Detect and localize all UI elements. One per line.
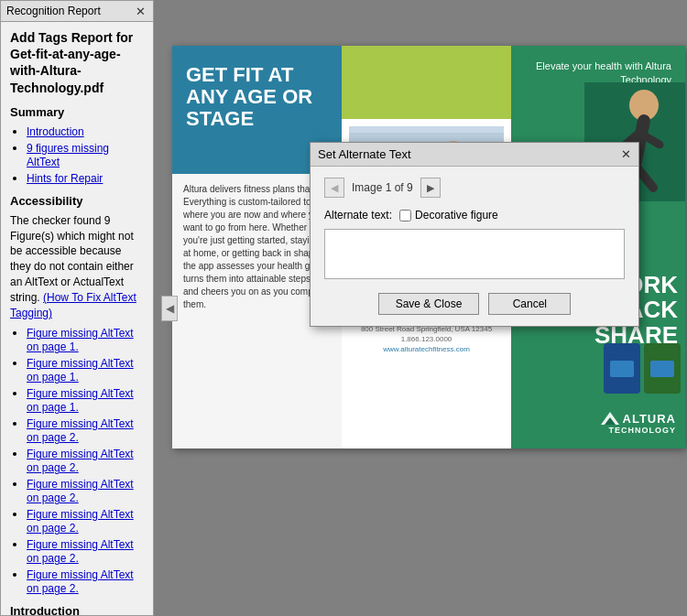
dialog-title: Set Alternate Text (318, 147, 411, 161)
fig-link-7[interactable]: Figure missing AltText on page 2. (27, 508, 134, 535)
dialog-titlebar: Set Alternate Text ✕ (311, 143, 638, 167)
dialog-close-button[interactable]: ✕ (621, 147, 631, 161)
brochure-nav-left[interactable]: ◀ (161, 296, 178, 321)
list-item: Figure missing AltText on page 2. (27, 537, 144, 565)
next-image-button[interactable]: ▶ (420, 178, 441, 198)
cancel-button[interactable]: Cancel (488, 293, 571, 315)
save-close-button[interactable]: Save & Close (378, 293, 480, 315)
figures-missing-link[interactable]: 9 figures missing AltText (27, 142, 109, 168)
summary-heading: Summary (10, 105, 144, 119)
fig-link-8[interactable]: Figure missing AltText on page 2. (27, 538, 134, 565)
fig-link-4[interactable]: Figure missing AltText on page 2. (27, 417, 134, 444)
technology-label: TECHNOLOGY (601, 426, 676, 435)
fig-link-9[interactable]: Figure missing AltText on page 2. (27, 568, 134, 595)
panel-close-button[interactable]: ✕ (134, 5, 147, 17)
list-item: Figure missing AltText on page 2. (27, 477, 144, 504)
watches-area (604, 343, 681, 394)
main-content-area: ◀ GET FIT AT ANY AGE OR STAGE Altura del… (154, 0, 687, 616)
brochure-contact: 800 Street Road Springfield, USA 12345 1… (349, 324, 504, 355)
altura-name: ALTURA (623, 412, 676, 426)
set-alternate-text-dialog: Set Alternate Text ✕ ◀ Image 1 of 9 ▶ Al… (310, 142, 639, 327)
list-item: Figure missing AltText on page 2. (27, 416, 144, 444)
accessibility-paragraph: The checker found 9 Figure(s) which migh… (10, 213, 144, 321)
alt-text-label: Alternate text: (324, 209, 392, 222)
decorative-checkbox[interactable] (399, 210, 411, 222)
figures-list: Figure missing AltText on page 1. Figure… (10, 326, 144, 595)
fig-link-1[interactable]: Figure missing AltText on page 1. (27, 327, 134, 353)
dialog-body: ◀ Image 1 of 9 ▶ Alternate text: Decorat… (311, 167, 638, 326)
list-item: Figure missing AltText on page 1. (27, 386, 144, 414)
brochure-body-text: Altura delivers fitness plans that fit. … (183, 183, 331, 311)
alt-text-row: Alternate text: Decorative figure (324, 209, 625, 222)
decorative-label[interactable]: Decorative figure (399, 209, 498, 222)
summary-list: Introduction 9 figures missing AltText H… (10, 124, 144, 185)
image-counter: Image 1 of 9 (352, 181, 413, 194)
list-item: Figure missing AltText on page 2. (27, 447, 144, 474)
panel-content: Add Tags Report for Get-fit-at-any-age-w… (1, 22, 153, 615)
altura-logo-row: ALTURA (601, 411, 676, 426)
fig-link-2[interactable]: Figure missing AltText on page 1. (27, 357, 134, 384)
fig-link-6[interactable]: Figure missing AltText on page 2. (27, 478, 134, 504)
list-item: 9 figures missing AltText (27, 141, 144, 168)
mountain-icon (601, 411, 619, 426)
fig-link-3[interactable]: Figure missing AltText on page 1. (27, 387, 134, 414)
prev-image-button[interactable]: ◀ (324, 178, 344, 198)
introduction-link[interactable]: Introduction (27, 125, 84, 138)
alt-text-input[interactable] (324, 229, 625, 279)
list-item: Figure missing AltText on page 1. (27, 356, 144, 384)
altura-logo: ALTURA TECHNOLOGY (601, 411, 676, 435)
list-item: Introduction (27, 124, 144, 138)
headline-line1: GET FIT AT ANY AGE OR STAGE (186, 64, 328, 131)
watch-2 (644, 343, 681, 394)
watch-1 (604, 343, 640, 394)
recognition-report-panel: Recognition Report ✕ Add Tags Report for… (0, 0, 154, 616)
report-title: Add Tags Report for Get-fit-at-any-age-w… (10, 29, 144, 96)
hints-repair-link[interactable]: Hints for Repair (27, 172, 103, 185)
watch-screen-1 (610, 361, 634, 377)
list-item: Figure missing AltText on page 1. (27, 326, 144, 353)
list-item: Hints for Repair (27, 171, 144, 185)
accessibility-heading: Accessibility (10, 194, 144, 208)
list-item: Figure missing AltText on page 2. (27, 567, 144, 595)
panel-titlebar: Recognition Report ✕ (1, 1, 153, 22)
dialog-buttons: Save & Close Cancel (324, 293, 625, 315)
panel-title: Recognition Report (6, 5, 101, 17)
dialog-nav-row: ◀ Image 1 of 9 ▶ (324, 178, 625, 198)
list-item: Figure missing AltText on page 2. (27, 507, 144, 535)
introduction-section-heading: Introduction (10, 604, 144, 615)
brochure-green-top (342, 46, 511, 119)
watch-screen-2 (650, 361, 674, 377)
fig-link-5[interactable]: Figure missing AltText on page 2. (27, 448, 134, 474)
